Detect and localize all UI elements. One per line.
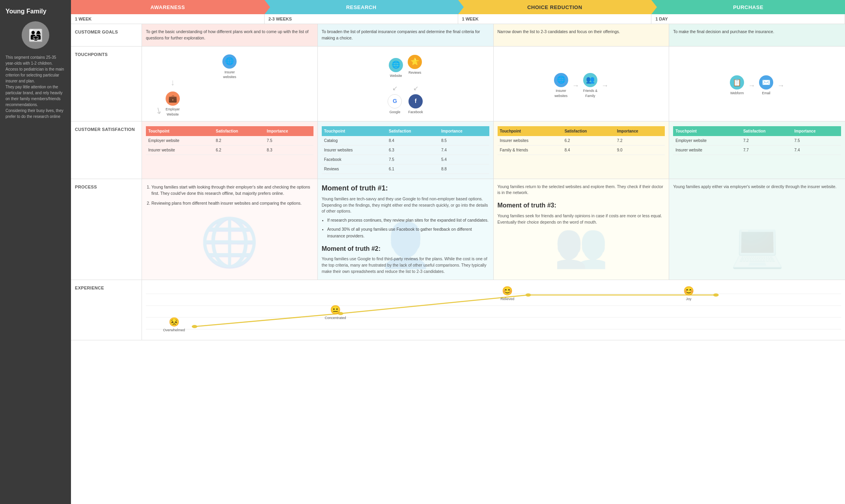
goals-label: CUSTOMER GOALS xyxy=(71,24,142,46)
touchpoints-choice: 🌐 Insurerwebsites → 👥 Friends &Family → xyxy=(494,47,670,121)
sat-row: Insurer website7.77.4 xyxy=(673,145,841,155)
time-purchase: 1 DAY xyxy=(651,14,845,24)
phase-choice: CHOICE REDUCTION xyxy=(458,0,652,14)
touchpoints-content: 🌐 Insurerwebsites ↘ ↓ 💼 EmployerWebsite xyxy=(142,47,845,121)
avatar: 👨‍👩‍👧 xyxy=(22,21,49,49)
segment-description: This segment contains 25-35 year-olds wi… xyxy=(6,54,65,119)
moment1-text: Young families are tech-savvy and they u… xyxy=(322,196,489,215)
phase-header-row: AWARENESS RESEARCH CHOICE REDUCTION PURC… xyxy=(71,0,845,14)
time-choice: 1 WEEK xyxy=(458,14,652,24)
process-label: PROCESS xyxy=(71,179,142,280)
sat-table-awareness: Touchpoint Satisfaction Importance Emplo… xyxy=(146,126,313,155)
sat-row: Employer website7.27.5 xyxy=(673,136,841,146)
sat-choice: Touchpoint Satisfaction Importance Insur… xyxy=(494,121,670,179)
sat-row: Catalog8.48.5 xyxy=(322,136,489,146)
bg-globe-icon: 🌐 xyxy=(200,204,259,280)
goal-choice: Narrow down the list to 2-3 candidates a… xyxy=(494,24,670,46)
moment2-text: Young families use Google to find third-… xyxy=(322,256,489,274)
employer-website-icon: 💼 xyxy=(166,91,180,106)
svg-point-5 xyxy=(338,312,343,315)
process-content: Young families start with looking throug… xyxy=(142,179,845,280)
phase-research: RESEARCH xyxy=(265,0,458,14)
process-choice: Young families return to the selected we… xyxy=(494,179,670,280)
touchpoints-research: 🌐 Website ⭐ Reviews ↙ G Google xyxy=(318,47,494,121)
sat-research: Touchpoint Satisfaction Importance Catal… xyxy=(318,121,494,179)
goal-awareness: To get the basic understanding of how di… xyxy=(142,24,318,46)
svg-point-7 xyxy=(713,293,719,297)
reviews-icon: ⭐ xyxy=(408,55,422,69)
time-awareness: 1 WEEK xyxy=(71,14,265,24)
sat-purchase: Touchpoint Satisfaction Importance Emplo… xyxy=(669,121,845,179)
sat-table-research: Touchpoint Satisfaction Importance Catal… xyxy=(322,126,489,174)
sat-row: Insurer websites6.37.4 xyxy=(322,145,489,155)
phase-awareness: AWARENESS xyxy=(71,0,265,14)
website-icon: 🌐 xyxy=(389,58,403,72)
sat-row: Facebook7.55.4 xyxy=(322,155,489,164)
sat-row: Insurer websites6.27.2 xyxy=(498,136,665,146)
moment3-title: Moment of truth #3: xyxy=(498,202,665,210)
process-purchase: Young families apply either via employer… xyxy=(669,179,845,280)
svg-point-6 xyxy=(526,293,531,297)
google-icon: G xyxy=(388,94,402,108)
goal-research: To broaden the list of potential insuran… xyxy=(318,24,494,46)
sat-table-choice: Touchpoint Satisfaction Importance Insur… xyxy=(498,126,665,155)
time-research: 2-3 WEEKS xyxy=(265,14,458,24)
touchpoints-label: TOUCHPOINTS xyxy=(71,47,142,121)
phase-purchase: PURCHASE xyxy=(651,0,845,14)
touchpoints-awareness: 🌐 Insurerwebsites ↘ ↓ 💼 EmployerWebsite xyxy=(142,47,318,121)
process-research: Moment of truth #1: Young families are t… xyxy=(318,179,494,280)
main-content: AWARENESS RESEARCH CHOICE REDUCTION PURC… xyxy=(71,0,845,504)
email-icon: ✉️ xyxy=(759,75,773,90)
purchase-text: Young families apply either via employer… xyxy=(673,184,841,190)
facebook-icon: f xyxy=(409,94,423,108)
sat-table-purchase: Touchpoint Satisfaction Importance Emplo… xyxy=(673,126,841,155)
sat-row: Employer website8.27.5 xyxy=(146,136,313,146)
experience-label: EXPERIENCE xyxy=(71,280,142,340)
segment-title: Young Family xyxy=(6,8,47,15)
sat-row: Insurer website6.28.3 xyxy=(146,145,313,155)
touchpoints-purchase: 📋 Webform → ✉️ Email → xyxy=(669,47,845,121)
moment1-title: Moment of truth #1: xyxy=(322,184,489,193)
friends-family-icon: 👥 xyxy=(583,73,597,87)
experience-chart: 😣 Overwhelmed 😐 Concentrated 😊 Relieved … xyxy=(142,280,845,340)
goals-section: CUSTOMER GOALS To get the basic understa… xyxy=(71,24,845,47)
bg-purchase-icon: 💻 xyxy=(730,210,784,280)
process-section: PROCESS Young families start with lookin… xyxy=(71,179,845,280)
sidebar: Young Family 👨‍👩‍👧 This segment contains… xyxy=(0,0,71,504)
time-row: 1 WEEK 2-3 WEEKS 1 WEEK 1 DAY xyxy=(71,14,845,24)
process-awareness: Young families start with looking throug… xyxy=(142,179,318,280)
moment3-text: Young families seek for friends and fami… xyxy=(498,213,665,226)
goal-purchase: To make the final decision and purchase … xyxy=(669,24,845,46)
sat-row: Family & friends8.49.0 xyxy=(498,145,665,155)
sat-row: Reviews6.18.8 xyxy=(322,164,489,174)
experience-section: EXPERIENCE 😣 Overwhelmed xyxy=(71,280,845,340)
satisfaction-section: CUSTOMER SATISFACTION Touchpoint Satisfa… xyxy=(71,121,845,179)
satisfaction-label: CUSTOMER SATISFACTION xyxy=(71,121,142,179)
choice-text: Young families return to the selected we… xyxy=(498,184,665,196)
insurer-websites-choice-icon: 🌐 xyxy=(554,73,568,87)
goals-content: To get the basic understanding of how di… xyxy=(142,24,845,46)
satisfaction-content: Touchpoint Satisfaction Importance Emplo… xyxy=(142,121,845,179)
sat-awareness: Touchpoint Satisfaction Importance Emplo… xyxy=(142,121,318,179)
svg-point-4 xyxy=(192,325,197,328)
insurer-websites-icon: 🌐 xyxy=(222,54,237,69)
webform-icon: 📋 xyxy=(730,75,744,90)
experience-svg xyxy=(146,284,841,335)
touchpoints-section: TOUCHPOINTS 🌐 Insurerwebsites ↘ ↓ xyxy=(71,47,845,121)
moment2-title: Moment of truth #2: xyxy=(322,245,489,253)
